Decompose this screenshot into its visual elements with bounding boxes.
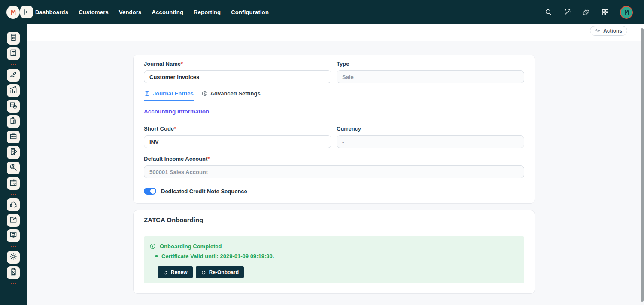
renew-button[interactable]: Renew [158, 266, 193, 278]
sidebar-app-button[interactable] [7, 177, 20, 190]
journal-name-field-group: Journal Name* [144, 60, 331, 83]
sidebar-app-button[interactable] [7, 47, 20, 60]
sidebar-app-button[interactable] [7, 32, 20, 45]
gear-icon [595, 28, 601, 34]
folder-doc-icon [9, 215, 18, 226]
sidebar-app-button[interactable] [7, 146, 20, 159]
tab-advanced-settings[interactable]: Advanced Settings [201, 90, 261, 101]
clipboard-person-icon [9, 268, 18, 278]
dedicated-credit-note-toggle[interactable] [144, 188, 156, 195]
info-circle-icon [149, 243, 156, 250]
currency-input[interactable] [337, 135, 524, 148]
actions-button[interactable]: Actions [590, 26, 627, 36]
credit-note-toggle-label: Dedicated Credit Note Sequence [161, 188, 247, 195]
default-income-account-label: Default Income Account* [144, 155, 524, 163]
journal-name-input[interactable] [144, 70, 331, 83]
short-code-input[interactable] [144, 135, 331, 148]
required-asterisk: * [181, 61, 183, 67]
growth-chart-icon [9, 85, 18, 96]
sidebar-app-button[interactable] [7, 229, 20, 242]
collapse-left-icon [23, 9, 30, 15]
bullet-dot [155, 255, 158, 257]
nav-item-accounting[interactable]: Accounting [152, 9, 184, 15]
user-avatar[interactable] [620, 6, 633, 19]
calendar-check-icon [9, 178, 18, 189]
onboarding-status-alert: Onboarding Completed Certificate Valid u… [144, 236, 524, 283]
sidebar-app-button[interactable] [7, 69, 20, 82]
nav-item-configuration[interactable]: Configuration [231, 9, 269, 15]
reonboard-button[interactable]: Re-Onboard [196, 266, 244, 278]
certificate-valid-text: Certificate Valid until: 2029-01-09 09:1… [161, 253, 274, 259]
type-input[interactable] [337, 70, 524, 83]
control-panel-band: Actions [27, 24, 644, 41]
zatca-card-body: Onboarding Completed Certificate Valid u… [134, 229, 535, 293]
credit-note-sequence-row: Dedicated Credit Note Sequence [144, 188, 524, 195]
sidebar-app-button[interactable] [7, 100, 20, 113]
sidebar-app-button[interactable] [7, 162, 20, 174]
sidebar-app-button[interactable] [7, 198, 20, 211]
section-divider [144, 119, 524, 119]
nav-item-vendors[interactable]: Vendors [119, 9, 142, 15]
sidebar-section-divider [11, 63, 16, 66]
required-asterisk: * [174, 125, 176, 132]
journal-book-icon [9, 33, 18, 43]
nav-item-customers[interactable]: Customers [79, 9, 109, 15]
sidebar-app-button[interactable] [7, 266, 20, 279]
zatca-card-title: ZATCA Onboarding [134, 210, 535, 229]
journal-entries-icon [144, 90, 150, 97]
clipboard-calculator-icon [9, 116, 18, 127]
nav-item-reporting[interactable]: Reporting [194, 9, 221, 15]
journal-name-label: Journal Name* [144, 60, 331, 68]
required-asterisk: * [207, 156, 210, 162]
refresh-icon [163, 270, 168, 275]
advanced-settings-icon [201, 90, 208, 97]
sidebar-app-button[interactable] [7, 84, 20, 97]
accounting-information-heading: Accounting Information [144, 108, 524, 115]
nav-item-dashboards[interactable]: Dashboards [35, 9, 68, 15]
sidebar-app-button[interactable] [7, 251, 20, 264]
brand-logo-icon [9, 8, 18, 17]
zatca-onboarding-card: ZATCA Onboarding Onboarding Completed Ce… [133, 210, 535, 294]
default-income-account-field-group: Default Income Account* [144, 155, 524, 178]
currency-field-group: Currency [337, 125, 524, 148]
refresh-icon [201, 270, 206, 275]
briefcase-icon [9, 132, 18, 142]
apps-grid-icon[interactable] [601, 8, 609, 16]
sidebar-section-divider [11, 245, 16, 248]
receipt-pen-icon [9, 147, 18, 158]
main-menu: Dashboards Customers Vendors Accounting … [35, 0, 269, 24]
sidebar-app-button[interactable] [7, 214, 20, 227]
onboarding-status-row: Onboarding Completed [149, 243, 517, 250]
type-label: Type [337, 60, 524, 68]
certificate-detail-row: Certificate Valid until: 2029-01-09 09:1… [155, 253, 517, 259]
monitor-icon [9, 231, 18, 241]
calculator-icon [9, 49, 18, 59]
headset-icon [9, 200, 18, 210]
sidebar-section-divider [11, 282, 16, 285]
form-tabs: Journal Entries Advanced Settings [144, 90, 524, 101]
person-search-icon [9, 163, 18, 173]
paperclip-icon[interactable] [582, 8, 590, 16]
currency-label: Currency [337, 125, 524, 133]
short-code-field-group: Short Code* [144, 125, 331, 148]
top-navigation-bar: Dashboards Customers Vendors Accounting … [0, 0, 644, 24]
search-icon[interactable] [544, 8, 553, 16]
vertical-scrollbar[interactable] [641, 28, 644, 302]
scale-add-icon [9, 101, 18, 111]
sidebar-app-button[interactable] [7, 115, 20, 128]
onboarding-status-text: Onboarding Completed [160, 243, 222, 250]
hand-leaf-icon [9, 70, 18, 80]
toggle-knob [150, 189, 155, 194]
type-field-group: Type [337, 60, 524, 83]
sidebar-apps [0, 24, 27, 305]
sidebar-section-divider [11, 192, 16, 196]
topbar-right-actions [544, 0, 633, 24]
app-logo[interactable] [6, 6, 20, 19]
sidebar-collapse-button[interactable] [20, 6, 33, 18]
default-income-account-input[interactable] [144, 165, 524, 178]
sidebar-app-button[interactable] [7, 131, 20, 143]
avatar-brand-glyph-icon [623, 9, 630, 16]
tab-journal-entries[interactable]: Journal Entries [144, 90, 194, 101]
actions-button-label: Actions [603, 28, 622, 34]
magic-wand-icon[interactable] [563, 8, 571, 16]
